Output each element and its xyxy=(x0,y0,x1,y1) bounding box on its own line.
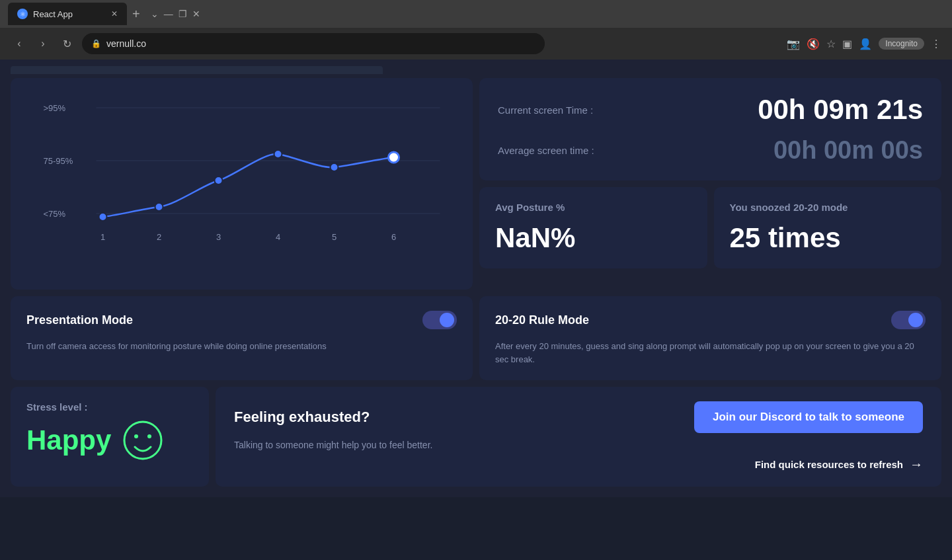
mute-icon[interactable]: 🔇 xyxy=(807,38,820,50)
resources-link[interactable]: Find quick resources to refresh → xyxy=(755,457,923,472)
y-label-mid: 75-95% xyxy=(44,156,73,166)
current-time-label: Current screen Time : xyxy=(498,104,593,116)
right-panels: Current screen Time : 00h 09m 21s Averag… xyxy=(479,78,941,290)
back-button[interactable]: ‹ xyxy=(11,38,28,50)
presentation-mode-toggle[interactable] xyxy=(422,311,457,329)
reload-button[interactable]: ↻ xyxy=(58,38,75,50)
browser-actions: 📷 🔇 ☆ ▣ 👤 Incognito ⋮ xyxy=(787,38,941,50)
rule-mode-knob xyxy=(908,313,923,327)
exhausted-panel: Feeling exhausted? Join our Discord to t… xyxy=(216,387,941,487)
address-bar[interactable]: 🔒 vernull.co xyxy=(82,33,545,54)
browser-chrome: ⚛ React App ✕ + ⌄ — ❐ ✕ ‹ › ↻ 🔒 vernull.… xyxy=(0,0,952,60)
tab-close-icon[interactable]: ✕ xyxy=(111,9,118,19)
x-label-3: 3 xyxy=(216,232,221,242)
presentation-mode-knob xyxy=(440,313,454,327)
chart-point-6-active xyxy=(389,152,399,163)
y-label-high: >95% xyxy=(44,103,66,113)
average-time-label: Average screen time : xyxy=(498,145,594,156)
minimize-icon[interactable]: ⌄ xyxy=(151,9,159,19)
x-label-5: 5 xyxy=(332,232,337,242)
tab-favicon: ⚛ xyxy=(17,9,28,19)
snooze-label: You snoozed 20-20 mode xyxy=(730,202,926,213)
bottom-grid: Stress level : Happy Feeling exhausted? … xyxy=(11,387,941,487)
stress-panel: Stress level : Happy xyxy=(11,387,209,487)
exhausted-bottom: Find quick resources to refresh → xyxy=(234,457,923,472)
current-time-value: 00h 09m 21s xyxy=(758,94,923,126)
average-time-value: 00h 00m 00s xyxy=(774,136,923,165)
title-bar: ⚛ React App ✕ + ⌄ — ❐ ✕ xyxy=(0,0,952,28)
resources-link-text: Find quick resources to refresh xyxy=(755,459,903,470)
chart-line xyxy=(103,154,394,217)
incognito-badge: Incognito xyxy=(879,38,924,50)
tab-title: React App xyxy=(33,9,106,19)
browser-tab[interactable]: ⚛ React App ✕ xyxy=(8,3,127,25)
window-controls: ⌄ — ❐ ✕ xyxy=(151,9,200,19)
address-text: vernull.co xyxy=(106,38,146,49)
exhausted-sub: Talking to someone might help you to fee… xyxy=(234,440,923,450)
presentation-mode-desc: Turn off camera access for monitoring po… xyxy=(26,340,457,353)
bookmark-icon[interactable]: ☆ xyxy=(826,38,836,50)
stats-row: Avg Posture % NaN% You snoozed 20-20 mod… xyxy=(479,187,941,268)
chart-panel: >95% 75-95% <75% 1 2 xyxy=(11,78,473,290)
scroll-hint xyxy=(11,66,383,74)
presentation-mode-panel: Presentation Mode Turn off camera access… xyxy=(11,296,473,380)
current-time-row: Current screen Time : 00h 09m 21s xyxy=(498,94,923,126)
presentation-mode-title: Presentation Mode xyxy=(26,313,133,327)
chart-point-2 xyxy=(155,203,163,211)
smiley-icon xyxy=(122,419,164,461)
posture-label: Avg Posture % xyxy=(495,202,692,213)
rule-mode-panel: 20-20 Rule Mode After every 20 minutes, … xyxy=(479,296,941,380)
rule-mode-desc: After every 20 minutes, guess and sing a… xyxy=(495,340,926,366)
x-label-4: 4 xyxy=(276,232,280,242)
maximize-icon[interactable]: — xyxy=(164,9,173,19)
screen-time-panel: Current screen Time : 00h 09m 21s Averag… xyxy=(479,78,941,180)
svg-point-5 xyxy=(147,434,151,438)
rule-mode-header: 20-20 Rule Mode xyxy=(495,311,926,329)
main-grid: >95% 75-95% <75% 1 2 xyxy=(11,78,941,290)
exhausted-top: Feeling exhausted? Join our Discord to t… xyxy=(234,401,923,433)
profile-icon[interactable]: 👤 xyxy=(859,38,872,50)
new-tab-icon[interactable]: + xyxy=(132,7,140,22)
rule-mode-title: 20-20 Rule Mode xyxy=(495,313,589,327)
lock-icon: 🔒 xyxy=(91,39,101,48)
snooze-value: 25 times xyxy=(730,222,926,254)
posture-chart: >95% 75-95% <75% 1 2 xyxy=(24,91,459,250)
cast-icon[interactable]: 📷 xyxy=(787,38,800,50)
chart-point-3 xyxy=(215,177,223,184)
stress-value: Happy xyxy=(26,424,111,456)
y-label-low: <75% xyxy=(44,209,66,219)
stress-value-row: Happy xyxy=(26,419,193,461)
posture-value: NaN% xyxy=(495,222,692,254)
chart-point-1 xyxy=(99,213,107,221)
toggle-grid: Presentation Mode Turn off camera access… xyxy=(11,296,941,380)
x-label-1: 1 xyxy=(100,232,105,242)
arrow-right-icon: → xyxy=(910,457,923,472)
restore-icon[interactable]: ❐ xyxy=(178,9,187,19)
rule-mode-toggle[interactable] xyxy=(891,311,926,329)
presentation-mode-header: Presentation Mode xyxy=(26,311,457,329)
chart-point-4 xyxy=(274,150,282,158)
sidebar-icon[interactable]: ▣ xyxy=(842,38,852,50)
exhausted-title: Feeling exhausted? xyxy=(234,409,370,426)
x-label-2: 2 xyxy=(157,232,161,242)
x-label-6: 6 xyxy=(391,232,396,242)
nav-bar: ‹ › ↻ 🔒 vernull.co 📷 🔇 ☆ ▣ 👤 Incognito ⋮ xyxy=(0,28,952,60)
average-time-row: Average screen time : 00h 00m 00s xyxy=(498,136,923,165)
snooze-panel: You snoozed 20-20 mode 25 times xyxy=(714,187,942,268)
posture-panel: Avg Posture % NaN% xyxy=(479,187,707,268)
discord-button[interactable]: Join our Discord to talk to someone xyxy=(694,401,923,433)
close-icon[interactable]: ✕ xyxy=(192,9,200,19)
chart-point-5 xyxy=(331,163,338,171)
stress-label: Stress level : xyxy=(26,401,193,413)
app-content: >95% 75-95% <75% 1 2 xyxy=(0,60,952,497)
svg-point-4 xyxy=(134,434,138,438)
menu-icon[interactable]: ⋮ xyxy=(931,38,941,50)
svg-point-3 xyxy=(124,422,161,459)
forward-button[interactable]: › xyxy=(34,38,52,50)
